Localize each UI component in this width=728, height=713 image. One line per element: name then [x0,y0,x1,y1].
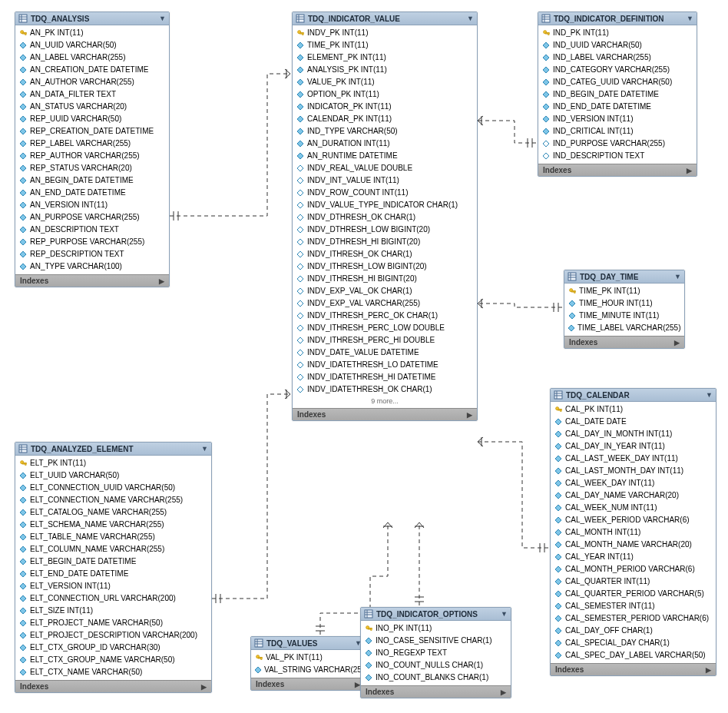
triangle-right-icon[interactable]: ▶ [201,683,207,691]
column-row[interactable]: CAL_MONTH_NAME VARCHAR(20) [551,539,716,551]
triangle-down-icon[interactable]: ▼ [501,610,508,618]
column-row[interactable]: IND_UUID VARCHAR(50) [538,39,697,51]
column-row[interactable]: CAL_LAST_WEEK_DAY INT(11) [551,453,716,465]
column-row[interactable]: AN_LABEL VARCHAR(255) [15,51,169,64]
column-row[interactable]: REP_PURPOSE VARCHAR(255) [15,236,169,248]
table-tdq-analyzed-element[interactable]: TDQ_ANALYZED_ELEMENT▼ELT_PK INT(11)ELT_U… [15,442,212,693]
column-row[interactable]: AN_STATUS VARCHAR(20) [15,101,169,113]
column-row[interactable]: ELT_CTX_GROUP_ID VARCHAR(30) [15,642,211,654]
column-row[interactable]: OPTION_PK INT(11) [293,88,477,101]
column-row[interactable]: REP_CREATION_DATE DATETIME [15,125,169,138]
indexes-section[interactable]: Indexes▶ [361,685,511,698]
column-row[interactable]: CALENDAR_PK INT(11) [293,113,477,125]
column-row[interactable]: IND_TYPE VARCHAR(50) [293,125,477,138]
indexes-section[interactable]: Indexes▶ [15,680,211,692]
column-row[interactable]: AN_PK INT(11) [15,27,169,39]
column-row[interactable]: IND_BEGIN_DATE DATETIME [538,88,697,101]
column-row[interactable]: TIME_LABEL VARCHAR(255) [564,322,684,334]
column-row[interactable]: IND_END_DATE DATETIME [538,101,697,113]
column-row[interactable]: CAL_YEAR INT(11) [551,551,716,563]
column-row[interactable]: ELT_VERSION INT(11) [15,580,211,592]
indexes-section[interactable]: Indexes▶ [538,164,697,176]
column-row[interactable]: INDV_ITHRESH_HI BIGINT(20) [293,273,477,285]
column-row[interactable]: ELT_PROJECT_NAME VARCHAR(50) [15,617,211,629]
column-row[interactable]: ELT_COLUMN_NAME VARCHAR(255) [15,543,211,555]
column-row[interactable]: ELT_CONNECTION_NAME VARCHAR(255) [15,494,211,506]
column-row[interactable]: INDV_ITHRESH_OK CHAR(1) [293,248,477,260]
column-row[interactable]: CAL_PK INT(11) [551,403,716,416]
triangle-down-icon[interactable]: ▼ [467,15,474,22]
table-header[interactable]: TDQ_INDICATOR_VALUE▼ [293,12,477,25]
table-tdq-analysis[interactable]: TDQ_ANALYSIS▼AN_PK INT(11)AN_UUID VARCHA… [15,12,170,287]
column-row[interactable]: AN_RUNTIME DATETIME [293,150,477,162]
column-row[interactable]: AN_DATA_FILTER TEXT [15,88,169,101]
column-row[interactable]: INDV_ROW_COUNT INT(11) [293,187,477,199]
triangle-down-icon[interactable]: ▼ [201,445,208,453]
table-tdq-indicator-definition[interactable]: TDQ_INDICATOR_DEFINITION▼IND_PK INT(11)I… [538,12,697,177]
column-row[interactable]: REP_UUID VARCHAR(50) [15,113,169,125]
column-row[interactable]: VAL_PK INT(11) [251,652,365,664]
table-header[interactable]: TDQ_VALUES▼ [251,637,365,650]
column-row[interactable]: INDV_INT_VALUE INT(11) [293,174,477,187]
column-row[interactable]: IND_CATEGORY VARCHAR(255) [538,64,697,76]
column-row[interactable]: REP_LABEL VARCHAR(255) [15,138,169,150]
column-row[interactable]: AN_PURPOSE VARCHAR(255) [15,211,169,224]
column-row[interactable]: INDV_REAL_VALUE DOUBLE [293,162,477,174]
triangle-right-icon[interactable]: ▶ [687,167,692,174]
column-row[interactable]: IND_CRITICAL INT(11) [538,125,697,138]
indexes-section[interactable]: Indexes▶ [564,336,684,348]
triangle-right-icon[interactable]: ▶ [467,411,472,419]
triangle-right-icon[interactable]: ▶ [501,688,506,696]
column-row[interactable]: VAL_STRING VARCHAR(255) [251,664,365,676]
column-row[interactable]: ELT_CTX_NAME VARCHAR(50) [15,666,211,678]
column-row[interactable]: ELT_BEGIN_DATE DATETIME [15,555,211,568]
column-row[interactable]: ELT_SIZE INT(11) [15,605,211,617]
column-row[interactable]: AN_TYPE VARCHAR(100) [15,260,169,273]
column-row[interactable]: CAL_WEEK_PERIOD VARCHAR(6) [551,514,716,526]
table-tdq-indicator-options[interactable]: TDQ_INDICATOR_OPTIONS▼INO_PK INT(11)INO_… [360,607,511,698]
column-row[interactable]: TIME_PK INT(11) [293,39,477,51]
column-row[interactable]: IND_DESCRIPTION TEXT [538,150,697,162]
column-row[interactable]: CAL_LAST_MONTH_DAY INT(11) [551,465,716,477]
more-indicator[interactable]: 9 more... [293,396,477,406]
column-row[interactable]: CAL_SEMESTER_PERIOD VARCHAR(6) [551,612,716,625]
column-row[interactable]: TIME_HOUR INT(11) [564,297,684,310]
column-row[interactable]: INDV_ITHRESH_PERC_HI DOUBLE [293,334,477,347]
column-row[interactable]: CAL_WEEK_DAY INT(11) [551,477,716,489]
column-row[interactable]: REP_DESCRIPTION TEXT [15,248,169,260]
indexes-section[interactable]: Indexes▶ [251,678,365,690]
triangle-down-icon[interactable]: ▼ [674,273,681,280]
column-row[interactable]: ELT_END_DATE DATETIME [15,568,211,580]
column-row[interactable]: INDV_EXP_VAL_OK CHAR(1) [293,285,477,297]
triangle-down-icon[interactable]: ▼ [687,15,693,22]
column-row[interactable]: IND_LABEL VARCHAR(255) [538,51,697,64]
column-row[interactable]: REP_STATUS VARCHAR(20) [15,162,169,174]
column-row[interactable]: CAL_WEEK_NUM INT(11) [551,502,716,514]
table-tdq-indicator-value[interactable]: TDQ_INDICATOR_VALUE▼INDV_PK INT(11)TIME_… [292,12,478,421]
column-row[interactable]: CAL_SPEC_DAY_LABEL VARCHAR(50) [551,649,716,662]
column-row[interactable]: IND_CATEG_UUID VARCHAR(50) [538,76,697,88]
table-header[interactable]: TDQ_ANALYZED_ELEMENT▼ [15,443,211,456]
column-row[interactable]: ELEMENT_PK INT(11) [293,51,477,64]
column-row[interactable]: INO_COUNT_BLANKS CHAR(1) [361,672,511,684]
column-row[interactable]: AN_UUID VARCHAR(50) [15,39,169,51]
column-row[interactable]: CAL_SEMESTER INT(11) [551,600,716,612]
column-row[interactable]: AN_END_DATE DATETIME [15,187,169,199]
column-row[interactable]: CAL_MONTH_PERIOD VARCHAR(6) [551,563,716,575]
table-tdq-values[interactable]: TDQ_VALUES▼VAL_PK INT(11)VAL_STRING VARC… [250,636,366,691]
column-row[interactable]: INO_COUNT_NULLS CHAR(1) [361,659,511,672]
table-tdq-calendar[interactable]: TDQ_CALENDAR▼CAL_PK INT(11)CAL_DATE DATE… [550,388,716,676]
column-row[interactable]: ELT_PK INT(11) [15,457,211,469]
indexes-section[interactable]: Indexes▶ [551,663,716,675]
column-row[interactable]: AN_DURATION INT(11) [293,138,477,150]
column-row[interactable]: CAL_DAY_NAME VARCHAR(20) [551,489,716,502]
triangle-down-icon[interactable]: ▼ [159,15,166,22]
column-row[interactable]: TIME_PK INT(11) [564,285,684,297]
column-row[interactable]: INO_REGEXP TEXT [361,647,511,659]
column-row[interactable]: CAL_DATE DATE [551,416,716,428]
column-row[interactable]: INDV_ITHRESH_PERC_OK CHAR(1) [293,310,477,322]
column-row[interactable]: CAL_QUARTER INT(11) [551,575,716,588]
column-row[interactable]: IND_VERSION INT(11) [538,113,697,125]
triangle-right-icon[interactable]: ▶ [674,339,680,347]
column-row[interactable]: CAL_MONTH INT(11) [551,526,716,539]
